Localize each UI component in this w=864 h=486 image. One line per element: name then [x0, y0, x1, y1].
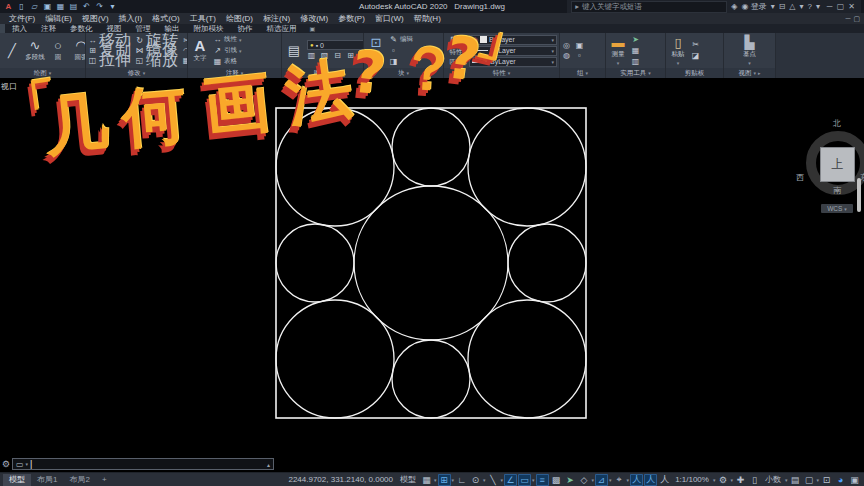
alert-dropdown-icon[interactable]: ▾	[800, 0, 804, 13]
annotation-scale-value[interactable]: 1:1/100%▾	[672, 475, 715, 484]
app-store-cart-icon[interactable]: ⊟	[779, 0, 786, 13]
drawn-circle[interactable]	[508, 224, 586, 302]
menu-item-8[interactable]: 修改(M)	[295, 13, 333, 24]
minimize-button[interactable]: ─	[824, 0, 835, 13]
grid-display-icon[interactable]: ▦▾	[420, 474, 437, 486]
plot-icon[interactable]: ▤	[68, 0, 79, 13]
ribbon-tab-4[interactable]: 管理	[129, 24, 158, 33]
block-attribute-tool[interactable]: ▫	[389, 46, 413, 56]
viewcube-north-label[interactable]: 北	[833, 118, 841, 129]
edit-block-tool[interactable]: ✎编辑	[389, 35, 413, 45]
modify-tool-6[interactable]: ◫拉伸	[88, 56, 131, 66]
panel-label-utilities[interactable]: 实用工具▾	[606, 68, 665, 78]
quick-properties-icon[interactable]: ▤	[788, 474, 801, 486]
snap-mode-icon[interactable]: ⊞▾	[438, 474, 455, 486]
dynamic-input-icon[interactable]: ⌖▾	[613, 474, 630, 486]
match-properties-tool[interactable]: ▣ 特性 匹配	[446, 34, 466, 67]
ribbon-tab-2[interactable]: 参数化	[63, 24, 100, 33]
polar-tracking-icon[interactable]: ⊙▾	[469, 474, 486, 486]
clean-screen-icon[interactable]: ⊡	[820, 474, 833, 486]
menu-item-5[interactable]: 工具(T)	[185, 13, 221, 24]
menu-item-6[interactable]: 绘图(D)	[221, 13, 258, 24]
layer-properties-tool[interactable]: ▤	[284, 44, 304, 57]
paste-tool[interactable]: ▯粘贴▾	[668, 36, 688, 66]
menu-item-0[interactable]: 文件(F)	[4, 13, 40, 24]
lineweight-display-icon[interactable]: ≡	[536, 474, 549, 486]
isodraft-icon[interactable]: ╲▾	[487, 474, 504, 486]
text-tool[interactable]: A文字	[190, 39, 210, 63]
viewcube-west-label[interactable]: 西	[796, 172, 804, 183]
app-menu-icon[interactable]: A	[3, 0, 14, 13]
modify-tool-8[interactable]: ▦阵列	[182, 56, 187, 66]
viewcube-top-face[interactable]: 上	[820, 147, 855, 182]
base-point-tool[interactable]: ▙基点▾	[740, 36, 760, 66]
quick-calc-tool[interactable]: ▦	[631, 46, 640, 56]
layout-tab-布局2[interactable]: 布局2	[63, 474, 95, 486]
quick-select-tool[interactable]: ➤	[631, 35, 640, 45]
model-space-label[interactable]: 模型	[397, 474, 419, 485]
object-snap-icon[interactable]: ▭▾	[518, 474, 535, 486]
fullscreen-icon[interactable]: ▣	[848, 474, 861, 486]
viewcube-wcs-button[interactable]: WCS▾	[821, 204, 853, 213]
linear-dimension-tool[interactable]: ↔线性▾	[213, 35, 242, 45]
panel-label-draw[interactable]: 绘图▾	[0, 68, 85, 78]
performance-monitor-icon[interactable]: ◕	[834, 474, 847, 486]
block-define-tool[interactable]: ◨	[389, 57, 413, 67]
panel-label-view[interactable]: 视图▾▸	[724, 68, 775, 78]
save-icon[interactable]: ▣	[42, 0, 53, 13]
measure-tool[interactable]: ▬测量▾	[608, 36, 628, 66]
new-file-icon[interactable]: ▯	[16, 0, 27, 13]
save-as-icon[interactable]: ▦	[55, 0, 66, 13]
drawn-circle[interactable]	[392, 108, 470, 186]
help-dropdown-icon[interactable]: ▾	[816, 0, 820, 13]
polyline-tool[interactable]: ∿多段线	[25, 39, 45, 62]
alert-icon[interactable]: △	[789, 0, 795, 13]
menu-item-4[interactable]: 格式(O)	[147, 13, 185, 24]
ribbon-tab-7[interactable]: 协作	[231, 24, 260, 33]
layer-tool-4[interactable]: ▨	[359, 51, 363, 61]
a360-icon[interactable]: ◈	[731, 0, 737, 13]
command-history-arrow-icon[interactable]: ▴	[267, 461, 270, 468]
menu-item-10[interactable]: 窗口(W)	[370, 13, 409, 24]
layer-tool-1[interactable]: ▧	[320, 51, 329, 61]
redo-icon[interactable]: ↷	[94, 0, 105, 13]
circle-tool[interactable]: ○圆	[48, 39, 68, 62]
menu-item-7[interactable]: 标注(N)	[258, 13, 295, 24]
panel-label-annotate[interactable]: 注释▾	[188, 68, 281, 78]
group-tool-1[interactable]: ▣	[575, 41, 584, 51]
units-label[interactable]: 小数▾	[762, 474, 788, 485]
linetype-dropdown[interactable]: ByLayer ▾	[469, 46, 557, 56]
layer-dropdown[interactable]: ● ▪ 0 ▾	[307, 40, 363, 50]
layout-tab-布局1[interactable]: 布局1	[31, 474, 63, 486]
menu-item-2[interactable]: 视图(V)	[77, 13, 114, 24]
vertical-scrollbar-thumb[interactable]	[857, 178, 861, 212]
annotation-scale-person-icon[interactable]: 人	[658, 474, 671, 486]
annotation-visibility-icon[interactable]: 人	[630, 474, 643, 486]
new-layout-button[interactable]: +	[96, 474, 113, 486]
restore-button[interactable]: ▢	[835, 0, 846, 13]
group-tool-3[interactable]: ▫	[575, 51, 584, 61]
dynamic-ucs-icon[interactable]: ⊿▾	[595, 474, 612, 486]
3d-osnap-icon[interactable]: ◇▾	[578, 474, 595, 486]
hardware-acceleration-icon[interactable]: ▢▾	[802, 474, 819, 486]
annotation-autoscale-icon[interactable]: 人	[644, 474, 657, 486]
ribbon-tab-3[interactable]: 视图	[100, 24, 129, 33]
ribbon-tab-5[interactable]: 输出	[158, 24, 187, 33]
panel-label-groups[interactable]: 组▾	[560, 68, 605, 78]
leader-tool[interactable]: ↗引线▾	[213, 46, 242, 56]
help-icon[interactable]: ?	[808, 0, 812, 13]
qat-dropdown-icon[interactable]: ▾	[107, 0, 118, 13]
panel-label-layers[interactable]: 图层▾	[282, 68, 363, 78]
sign-in-dropdown-icon[interactable]: ▾	[771, 0, 775, 13]
isolate-objects-icon[interactable]: ▯	[748, 474, 761, 486]
line-tool[interactable]: ╱	[2, 44, 22, 57]
ribbon-tab-1[interactable]: 注释	[34, 24, 63, 33]
layer-tool-2[interactable]: ⊟	[333, 51, 342, 61]
doc-minimize-button[interactable]: ─	[845, 15, 850, 23]
table-tool[interactable]: ▦表格	[213, 57, 242, 67]
viewcube-south-label[interactable]: 南	[833, 185, 841, 196]
selection-cycling-icon[interactable]: ➤	[564, 474, 577, 486]
id-point-tool[interactable]: ▥	[631, 57, 640, 67]
command-line-wrench-icon[interactable]: ⚙	[2, 459, 10, 469]
ribbon-display-toggle-icon[interactable]: ▣	[310, 25, 316, 32]
